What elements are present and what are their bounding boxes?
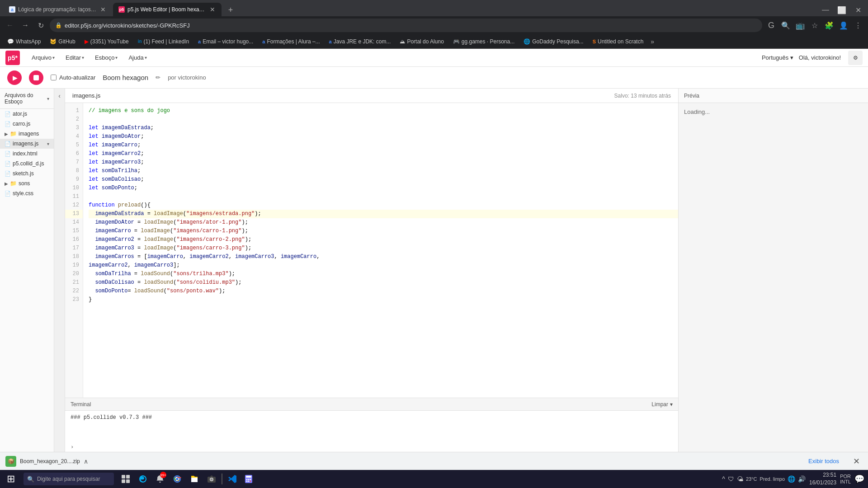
forward-button[interactable]: → (19, 19, 32, 32)
minimize-button[interactable]: — (819, 4, 832, 16)
tab-close-1[interactable]: ✕ (99, 6, 107, 13)
stop-button[interactable] (29, 70, 43, 85)
taskbar-vscode-icon[interactable] (224, 470, 241, 488)
taskbar-notification-icon[interactable]: 99+ (152, 470, 168, 488)
bookmark-linkedin[interactable]: in (1) Feed | LinkedIn (134, 38, 193, 46)
weather-desc: Pred. limpo (760, 476, 785, 482)
folder-icon: 📁 (10, 180, 17, 187)
terminal-panel: Terminal Limpar ▾ ### p5.collide v0.7.3 … (65, 398, 678, 452)
window-controls: — ⬜ ✕ (819, 4, 864, 16)
bookmark-label: WhatsApp (16, 38, 41, 45)
terminal-header: Terminal Limpar ▾ (65, 398, 678, 411)
menu-ajuda[interactable]: Ajuda ▾ (124, 52, 151, 63)
play-button[interactable]: ▶ (7, 70, 22, 85)
taskbar-chrome-icon[interactable] (169, 470, 185, 488)
tab-1[interactable]: a Lógica de programação: laços e... ✕ (4, 3, 112, 16)
search-icon[interactable]: 🔍 (779, 19, 792, 32)
bookmark-label: Email – victor hugo... (203, 38, 253, 45)
terminal-title: Terminal (71, 401, 91, 408)
bookmark-scratch[interactable]: S Untitled on Scratch (589, 38, 647, 46)
bookmark-email[interactable]: a Email – victor hugo... (194, 38, 257, 46)
sidebar-collapse-button[interactable]: ‹ (54, 89, 65, 452)
auto-update-toggle[interactable]: Auto-atualizar (51, 74, 95, 81)
line-num-8: 8 (65, 167, 83, 175)
sidebar-item-carro[interactable]: 📄 carro.js (0, 119, 54, 129)
bookmark-java[interactable]: a Java JRE e JDK: com... (326, 38, 395, 46)
bookmark-gg[interactable]: 🎮 gg.games · Persona... (449, 38, 518, 46)
show-all-downloads-button[interactable]: Exibir todos (803, 455, 844, 467)
menu-editar[interactable]: Editar ▾ (61, 52, 89, 63)
bookmark-github[interactable]: 🐱 GitHub (46, 38, 79, 46)
email-icon: a (198, 39, 201, 44)
weather-icon: 🌤 (737, 475, 743, 483)
tab-2[interactable]: p5 p5.js Web Editor | Boom hexagon ✕ (113, 3, 222, 16)
sidebar-item-index[interactable]: 📄 index.html (0, 149, 54, 159)
taskbar-files-icon[interactable] (186, 470, 203, 488)
bookmark-whatsapp[interactable]: 💬 WhatsApp (4, 38, 44, 46)
volume-icon[interactable]: 🔊 (798, 475, 806, 483)
code-line-9: let somDaColisao; (89, 175, 678, 184)
close-button[interactable]: ✕ (852, 4, 864, 16)
language-selector[interactable]: Português ▾ (762, 54, 793, 61)
code-line-1: // imagens e sons do jogo (89, 107, 678, 115)
taskbar-language[interactable]: POR INTL (840, 474, 851, 484)
taskbar-right: ^ 🛡 🌤 23°C Pred. limpo 🌐 🔊 23:51 16/01/2… (718, 471, 868, 487)
code-line-11 (89, 192, 678, 201)
sidebar-item-sketch[interactable]: 📄 sketch.js (0, 169, 54, 178)
terminal-clear-button[interactable]: Limpar ▾ (651, 401, 673, 408)
cast-icon[interactable]: 📺 (794, 19, 807, 32)
back-button[interactable]: ← (4, 19, 16, 32)
taskbar-calc-icon[interactable] (241, 470, 257, 488)
bookmark-formacoes[interactable]: a Formações | Alura –... (259, 38, 323, 46)
settings-button[interactable]: ⚙ (848, 51, 863, 65)
menu-icon[interactable]: ⋮ (852, 19, 864, 32)
notification-badge: 99+ (160, 472, 166, 478)
sidebar-item-imagens-js[interactable]: 📄 imagens.js ▾ (0, 139, 54, 149)
notifications-button[interactable]: 💬 (854, 474, 864, 484)
sidebar-item-ator[interactable]: 📄 ator.js (0, 109, 54, 119)
sidebar-header[interactable]: Arquivos do Esboço ▾ (0, 89, 54, 109)
taskbar-edge-icon[interactable] (135, 470, 151, 488)
code-content[interactable]: // imagens e sons do jogo let imagemDaEs… (83, 103, 678, 398)
browser-chrome: a Lógica de programação: laços e... ✕ p5… (0, 0, 868, 49)
bookmark-portal[interactable]: ⛰ Portal do Aluno (396, 38, 447, 46)
menu-esboço[interactable]: Esboço ▾ (90, 52, 122, 63)
code-line-18: imagemCarros = [imagemCarro, imagemCarro… (89, 253, 678, 261)
new-tab-button[interactable]: + (224, 4, 237, 16)
address-bar[interactable]: 🔒 editor.p5js.org/victorokino/sketches/-… (50, 19, 762, 32)
terminal-clear-arrow: ▾ (670, 401, 673, 408)
menu-arquivo[interactable]: Arquivo ▾ (27, 52, 59, 63)
close-download-bar-button[interactable]: ✕ (850, 455, 863, 468)
bookmark-youtube[interactable]: ▶ (3351) YouTube (81, 38, 132, 46)
start-button[interactable]: ⊞ (0, 470, 22, 488)
preview-panel: Prévia Loading... (678, 89, 868, 452)
auto-update-checkbox[interactable] (51, 75, 57, 80)
bookmark-star-icon[interactable]: ☆ (808, 19, 821, 32)
taskbar-clock[interactable]: 23:51 16/01/2023 (809, 471, 836, 487)
date-display: 16/01/2023 (809, 479, 836, 487)
auto-update-label: Auto-atualizar (59, 74, 95, 81)
extension-icon[interactable]: 🧩 (823, 19, 835, 32)
bookmarks-more-icon[interactable]: » (651, 38, 654, 45)
editor-main: Arquivos do Esboço ▾ 📄 ator.js 📄 carro.j… (0, 89, 868, 452)
tab-close-2[interactable]: ✕ (209, 6, 216, 13)
sidebar-item-p5collid[interactable]: 📄 p5.collid_d.js (0, 159, 54, 169)
sidebar-folder-imagens[interactable]: ▶ 📁 imagens (0, 129, 54, 139)
tray-expand-icon[interactable]: ^ (722, 475, 725, 483)
sidebar-item-style[interactable]: 📄 style.css (0, 188, 54, 198)
terminal-prompt[interactable]: › (65, 442, 678, 452)
maximize-button[interactable]: ⬜ (835, 4, 848, 16)
download-expand-icon[interactable]: ∧ (84, 458, 88, 465)
windows-icon: ⊞ (7, 473, 15, 485)
network-icon[interactable]: 🌐 (788, 475, 795, 483)
google-icon[interactable]: G (765, 19, 778, 32)
refresh-button[interactable]: ↻ (34, 19, 47, 32)
account-icon[interactable]: 👤 (837, 19, 850, 32)
taskbar-camera-icon[interactable] (203, 470, 220, 488)
edit-sketch-name-icon[interactable]: ✏ (156, 74, 160, 81)
taskbar-task-view[interactable] (118, 470, 134, 488)
code-editor[interactable]: 1 2 3 4 5 6 7 8 9 10 11 12 13 14 (65, 103, 678, 398)
bookmark-godaddy[interactable]: 🌐 GoDaddy Pesquisa... (520, 38, 587, 46)
sidebar-folder-sons[interactable]: ▶ 📁 sons (0, 178, 54, 188)
taskbar-search-box[interactable]: 🔍 Digite aqui para pesquisar (24, 473, 114, 485)
